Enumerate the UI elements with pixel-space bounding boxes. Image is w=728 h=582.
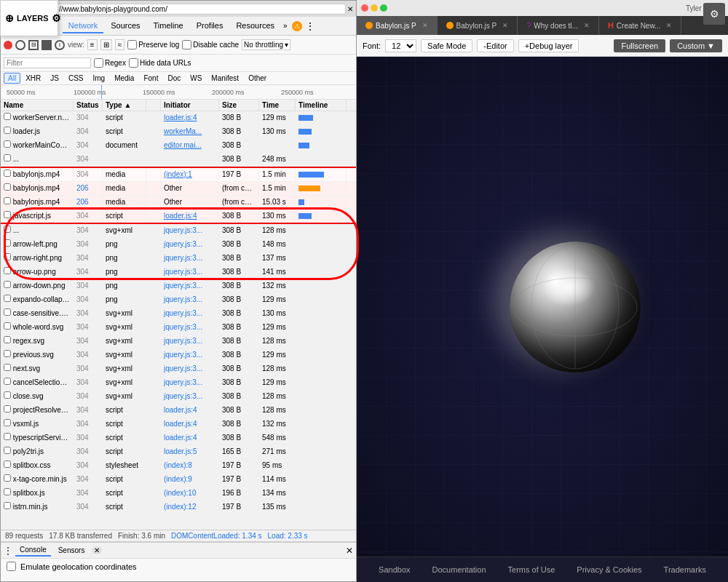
table-row[interactable]: projectResolver.js 304 script loader.js:…: [1, 404, 356, 418]
filter-toggle-button[interactable]: ⊟: [28, 40, 39, 50]
view-list-button[interactable]: ≡: [87, 39, 98, 50]
cell-initiator[interactable]: jquery.js:3...: [161, 293, 219, 306]
terms-link[interactable]: Terms of Use: [508, 565, 555, 574]
close-tab-button[interactable]: ✕: [347, 5, 353, 13]
editor-toggle-button[interactable]: -Editor: [477, 39, 513, 52]
more-options-icon[interactable]: ⋮: [305, 20, 315, 32]
cell-initiator[interactable]: (index):12: [161, 501, 219, 514]
cell-initiator[interactable]: jquery.js:3...: [161, 238, 219, 251]
url-bar[interactable]: //www.babylonjs-playground.com/: [55, 4, 346, 15]
editor-tab-babylon1[interactable]: Babylon.js P ✕: [357, 16, 438, 35]
filter-manifest-button[interactable]: Manifest: [207, 73, 243, 84]
geolocation-checkbox[interactable]: [7, 562, 16, 571]
filter-css-button[interactable]: CSS: [64, 73, 88, 84]
cell-initiator[interactable]: (index):8: [161, 459, 219, 472]
close-editor-button[interactable]: [361, 4, 368, 12]
close-sensor-button[interactable]: ✕: [92, 546, 102, 554]
safe-mode-button[interactable]: Safe Mode: [421, 39, 472, 52]
custom-dropdown-button[interactable]: Custom ▼: [670, 39, 722, 52]
col-type[interactable]: Type ▲: [103, 100, 146, 111]
maximize-editor-button[interactable]: [380, 4, 387, 12]
cell-initiator[interactable]: jquery.js:3...: [161, 266, 219, 279]
drawer-tab-console[interactable]: Console: [15, 544, 51, 557]
settings-icon-button[interactable]: ⚙: [703, 3, 725, 25]
cell-initiator[interactable]: jquery.js:3...: [161, 224, 219, 237]
info-button[interactable]: i: [55, 40, 65, 50]
table-row[interactable]: whole-word.svg 304 svg+xml jquery.js:3..…: [1, 321, 356, 335]
cell-initiator[interactable]: loader.js:4: [161, 210, 219, 223]
drawer-close-button[interactable]: ✕: [346, 546, 353, 556]
cell-initiator[interactable]: (index):1: [161, 168, 219, 181]
table-row-highlighted-1[interactable]: babylonjs.mp4 304 media (index):1 197 B …: [1, 167, 356, 182]
filter-media-button[interactable]: Media: [110, 73, 138, 84]
cell-initiator[interactable]: jquery.js:3...: [161, 390, 219, 403]
editor-tab-createnew[interactable]: H Create New... ✕: [599, 16, 682, 35]
cell-initiator[interactable]: jquery.js:3...: [161, 307, 219, 320]
privacy-link[interactable]: Privacy & Cookies: [577, 565, 641, 574]
tab-timeline[interactable]: Timeline: [148, 19, 189, 33]
table-row[interactable]: case-sensitive.svg 304 svg+xml jquery.js…: [1, 307, 356, 321]
regex-checkbox[interactable]: Regex: [94, 58, 126, 68]
col-size[interactable]: Size: [219, 100, 259, 111]
editor-tab-whydoes[interactable]: ? Why does tl... ✕: [518, 16, 599, 35]
filter-other-button[interactable]: Other: [244, 73, 271, 84]
col-time[interactable]: Time: [259, 100, 296, 111]
throttling-select[interactable]: No throttling ▾: [242, 39, 290, 50]
tab-network[interactable]: Network: [63, 19, 103, 33]
table-row-highlighted-4[interactable]: javascript.js 304 script loader.js:4 308…: [1, 210, 356, 224]
camera-button[interactable]: [41, 40, 52, 50]
devtools-more-tabs[interactable]: »: [283, 22, 288, 30]
col-initiator[interactable]: Initiator: [161, 100, 219, 111]
cell-initiator[interactable]: workerMa...: [161, 125, 219, 138]
view-grid-button[interactable]: ⊞: [100, 39, 112, 50]
close-tab-2-icon[interactable]: ✕: [502, 22, 508, 29]
tab-resources[interactable]: Resources: [230, 19, 280, 33]
col-timeline[interactable]: Timeline: [296, 100, 347, 111]
minimize-editor-button[interactable]: [371, 4, 378, 12]
table-row-highlighted-2[interactable]: babylonjs.mp4 206 media Other (from cach…: [1, 182, 356, 196]
cell-initiator[interactable]: loader.js:4: [161, 418, 219, 431]
table-row[interactable]: arrow-right.png 304 png jquery.js:3... 3…: [1, 252, 356, 266]
table-row[interactable]: workerMainCompa... 304 document editor.m…: [1, 139, 356, 153]
close-tab-1-icon[interactable]: ✕: [422, 22, 428, 29]
table-row[interactable]: vsxml.js 304 script loader.js:4 308 B 13…: [1, 418, 356, 431]
debug-layer-button[interactable]: +Debug layer: [518, 39, 579, 52]
cell-initiator[interactable]: editor.mai...: [161, 139, 219, 152]
filter-xhr-button[interactable]: XHR: [21, 73, 45, 84]
table-row[interactable]: ... 304 308 B 248 ms: [1, 153, 356, 167]
filter-js-button[interactable]: JS: [46, 73, 63, 84]
tab-profiles[interactable]: Profiles: [191, 19, 229, 33]
table-row[interactable]: loader.js 304 script workerMa... 308 B 1…: [1, 125, 356, 139]
cell-initiator[interactable]: (index):9: [161, 473, 219, 486]
table-row[interactable]: arrow-down.png 304 png jquery.js:3... 30…: [1, 279, 356, 293]
table-row[interactable]: expando-collapsed... 304 png jquery.js:3…: [1, 293, 356, 307]
cell-initiator[interactable]: jquery.js:3...: [161, 321, 219, 334]
trademarks-link[interactable]: Trademarks: [664, 565, 706, 574]
tab-sources[interactable]: Sources: [105, 19, 146, 33]
close-tab-4-icon[interactable]: ✕: [666, 22, 672, 29]
drawer-menu-icon[interactable]: ⋮: [4, 546, 12, 556]
table-row[interactable]: workerServer.nls.js 304 script loader.js…: [1, 111, 356, 125]
filter-all-button[interactable]: All: [4, 73, 20, 84]
table-row[interactable]: next.svg 304 svg+xml jquery.js:3... 308 …: [1, 362, 356, 376]
filter-input[interactable]: [4, 57, 91, 68]
layers-settings-icon[interactable]: ⚙: [52, 12, 61, 24]
filter-img-button[interactable]: Img: [88, 73, 109, 84]
col-sort[interactable]: [146, 100, 161, 111]
table-row[interactable]: splitbox.css 304 stylesheet (index):8 19…: [1, 459, 356, 473]
view-option-button[interactable]: ≈: [115, 39, 125, 50]
table-row[interactable]: typescriptServices.js 304 script loader.…: [1, 431, 356, 445]
table-row[interactable]: cancelSelectionFind... 304 svg+xml jquer…: [1, 376, 356, 390]
table-row-highlighted-3[interactable]: babylonjs.mp4 206 media Other (from cach…: [1, 196, 356, 210]
clear-button[interactable]: [15, 40, 25, 50]
cell-initiator[interactable]: jquery.js:3...: [161, 252, 219, 265]
filter-doc-button[interactable]: Doc: [163, 73, 185, 84]
table-row[interactable]: arrow-up.png 304 png jquery.js:3... 308 …: [1, 266, 356, 279]
drawer-tab-sensors[interactable]: Sensors: [54, 545, 90, 556]
table-row[interactable]: ... 304 svg+xml jquery.js:3... 308 B 128…: [1, 224, 356, 238]
close-tab-3-icon[interactable]: ✕: [584, 22, 590, 29]
cell-initiator[interactable]: jquery.js:3...: [161, 348, 219, 362]
table-row[interactable]: splitbox.js 304 script (index):10 196 B …: [1, 487, 356, 501]
font-size-select[interactable]: 12: [385, 39, 416, 52]
hide-data-urls-checkbox[interactable]: Hide data URLs: [129, 58, 191, 68]
